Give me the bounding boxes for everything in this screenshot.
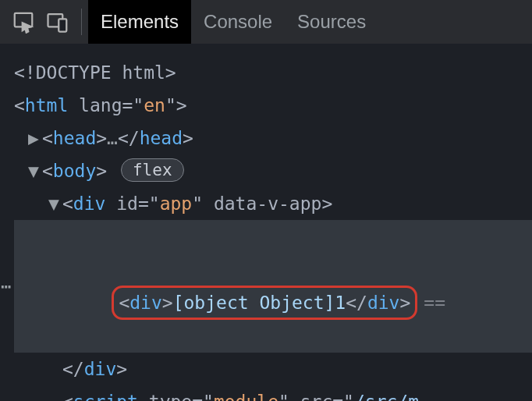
collapse-arrow-icon[interactable]: ▼ xyxy=(48,187,62,220)
svg-rect-2 xyxy=(59,19,66,31)
gutter-ellipsis-icon: ⋯ xyxy=(0,220,14,353)
tab-strip: Elements Console Sources xyxy=(88,0,378,44)
dom-body-open[interactable]: ▼<body> flex xyxy=(14,154,532,187)
selector-hint: == xyxy=(424,293,445,313)
dom-tree[interactable]: <!DOCTYPE html> <html lang="en"> ▶<head>… xyxy=(0,44,532,401)
dom-head[interactable]: ▶<head>…</head> xyxy=(14,122,532,154)
tab-console[interactable]: Console xyxy=(191,0,285,44)
dom-html-open[interactable]: <html lang="en"> xyxy=(14,89,532,122)
toolbar-divider xyxy=(81,9,82,35)
expand-arrow-icon[interactable]: ▶ xyxy=(28,122,42,154)
dom-selected-row[interactable]: ⋯ <div>[object Object]1</div>== xyxy=(14,220,532,353)
dom-doctype[interactable]: <!DOCTYPE html> xyxy=(14,56,532,89)
tab-elements[interactable]: Elements xyxy=(88,0,191,44)
inspect-icon[interactable] xyxy=(6,5,41,39)
dom-script[interactable]: <script type="module" src="/src/m xyxy=(14,385,532,401)
devtools-toolbar: Elements Console Sources xyxy=(0,0,532,44)
tab-sources[interactable]: Sources xyxy=(285,0,378,44)
collapse-arrow-icon[interactable]: ▼ xyxy=(28,154,42,187)
highlight-box: <div>[object Object]1</div> xyxy=(112,286,417,320)
dom-div-app-open[interactable]: ▼<div id="app" data-v-app> xyxy=(14,187,532,220)
device-toggle-icon[interactable] xyxy=(41,5,75,39)
dom-div-app-close[interactable]: </div> xyxy=(14,353,532,385)
flex-badge[interactable]: flex xyxy=(121,158,184,182)
